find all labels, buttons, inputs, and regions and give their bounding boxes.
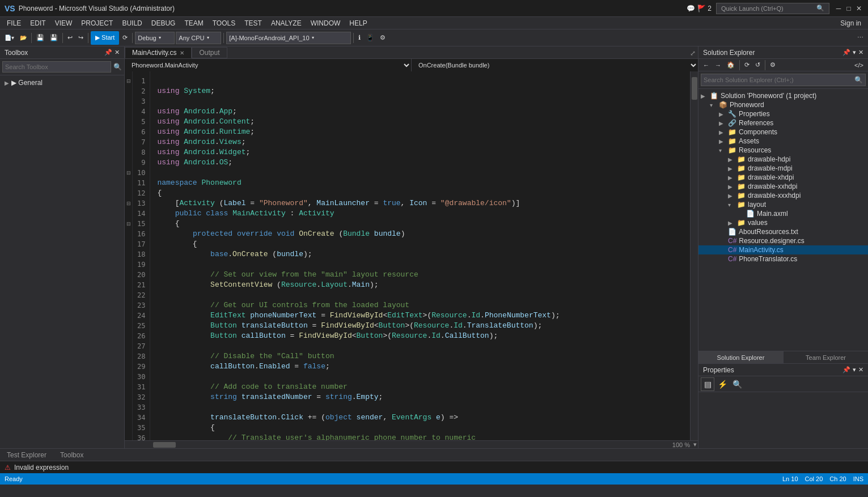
menu-edit[interactable]: EDIT [26, 17, 50, 29]
sign-in-link[interactable]: Sign in [836, 19, 866, 27]
extra-toolbar-buttons[interactable]: ⋯ [855, 31, 866, 45]
editor-maximize-btn[interactable]: ⤢ [688, 48, 698, 58]
quick-launch[interactable]: Quick Launch (Ctrl+Q) 🔍 [716, 3, 829, 14]
tree-item-phonetranslator[interactable]: C# PhoneTranslator.cs [698, 254, 868, 264]
tree-item-drawable-xhdpi[interactable]: ▶ 📁 drawable-xhdpi [698, 173, 868, 182]
code-editor-container[interactable]: ⊟ ⊟ ⊟ ⊟ 12345678910111213141516171819202… [125, 71, 698, 440]
refresh-button[interactable]: ⟳ [120, 31, 130, 45]
phonetranslator-label: PhoneTranslator.cs [739, 255, 797, 263]
se-search-input[interactable] [701, 74, 852, 86]
tree-item-main-axml[interactable]: 📄 Main.axml [698, 209, 868, 218]
se-back-btn[interactable]: ← [701, 58, 712, 72]
drawable-xxxhdpi-label: drawable-xxxhdpi [748, 192, 801, 199]
tree-item-drawable-xxhdpi[interactable]: ▶ 📁 drawable-xxhdpi [698, 182, 868, 191]
restore-button[interactable]: □ [844, 4, 853, 13]
chat-icon[interactable]: 💬 [687, 5, 695, 12]
new-button[interactable]: 📄▾ [2, 31, 16, 45]
tree-item-drawable-mdpi[interactable]: ▶ 📁 drawable-mdpi [698, 164, 868, 173]
tree-item-layout[interactable]: ▾ 📁 layout [698, 200, 868, 209]
solution-icon: 📋 [710, 92, 718, 100]
save-button[interactable]: 💾 [34, 31, 46, 45]
tree-item-resources[interactable]: ▾ 📁 Resources [698, 146, 868, 155]
toolbox-search-input[interactable] [2, 61, 111, 73]
redo-button[interactable]: ↪ [76, 31, 86, 45]
se-refresh-btn[interactable]: ↺ [753, 58, 763, 72]
start-button[interactable]: ▶ Start [91, 31, 119, 45]
se-sync-btn[interactable]: ⟳ [742, 58, 752, 72]
prop-event-btn[interactable]: ⚡ [715, 377, 729, 391]
flag-icon[interactable]: 🚩 2 [697, 5, 712, 12]
minimize-button[interactable]: ─ [834, 4, 843, 13]
tree-item-references[interactable]: ▶ 🔗 References [698, 118, 868, 128]
menu-tools[interactable]: TOOLS [208, 17, 240, 29]
solution-item[interactable]: ▶ 📋 Solution 'Phoneword' (1 project) [698, 91, 868, 100]
se-close-icon[interactable]: ✕ [858, 49, 863, 56]
tree-item-properties[interactable]: ▶ 🔧 Properties [698, 109, 868, 118]
platform-dropdown[interactable]: Any CPU ▾ [176, 32, 221, 44]
tab-team-explorer[interactable]: Team Explorer [784, 351, 868, 363]
tree-item-mainactivity[interactable]: C# MainActivity.cs [698, 245, 868, 254]
more-button[interactable]: ⚙ [378, 31, 388, 45]
prop-close-icon[interactable]: ✕ [858, 366, 863, 373]
save-all-button[interactable]: 💾 [48, 31, 60, 45]
info-button[interactable]: ℹ [356, 31, 363, 45]
zoom-level[interactable]: 100 % [670, 441, 692, 448]
prop-search-btn[interactable]: 🔍 [730, 377, 744, 391]
menu-help[interactable]: HELP [345, 17, 371, 29]
se-code-btn[interactable]: </> [852, 58, 866, 72]
tab-toolbox[interactable]: Toolbox [53, 449, 90, 461]
menu-view[interactable]: VIEW [50, 17, 77, 29]
tab-mainactivity[interactable]: MainActivity.cs ✕ [125, 47, 192, 58]
prop-pin-icon[interactable]: 📌 [842, 366, 850, 373]
close-button[interactable]: ✕ [854, 4, 863, 13]
menu-analyze[interactable]: ANALYZE [266, 17, 306, 29]
tree-item-drawable-hdpi[interactable]: ▶ 📁 drawable-hdpi [698, 155, 868, 164]
tree-item-resource-designer[interactable]: C# Resource.designer.cs [698, 236, 868, 245]
menu-team[interactable]: TEAM [180, 17, 208, 29]
tab-mainactivity-close[interactable]: ✕ [180, 50, 184, 56]
tab-solution-explorer[interactable]: Solution Explorer [698, 351, 784, 363]
zoom-down-btn[interactable]: ▾ [692, 441, 698, 448]
se-header: Solution Explorer 📌 ▾ ✕ [698, 46, 868, 59]
tree-item-drawable-xxxhdpi[interactable]: ▶ 📁 drawable-xxxhdpi [698, 191, 868, 200]
horizontal-scrollbar[interactable]: 100 % ▾ [125, 440, 698, 448]
undo-button[interactable]: ↩ [65, 31, 75, 45]
scrollbar-right[interactable] [690, 71, 698, 440]
toolbox-header: Toolbox 📌 ✕ [0, 46, 124, 59]
project-item[interactable]: ▾ 📦 Phoneword [698, 100, 868, 109]
menu-build[interactable]: BUILD [117, 17, 146, 29]
tab-test-explorer[interactable]: Test Explorer [0, 449, 53, 461]
menu-debug[interactable]: DEBUG [147, 17, 180, 29]
tree-item-values[interactable]: ▶ 📁 values [698, 218, 868, 227]
tree-item-components[interactable]: ▶ 📁 Components [698, 128, 868, 137]
se-forward-btn[interactable]: → [713, 58, 723, 72]
scroll-thumb[interactable] [692, 77, 697, 100]
prop-dropdown-icon[interactable]: ▾ [853, 366, 856, 373]
toolbox-general-item[interactable]: ▶ ▶ General [0, 78, 124, 88]
config-dropdown[interactable]: Debug ▾ [135, 32, 175, 44]
toolbox-close-icon[interactable]: ✕ [115, 49, 120, 56]
toolbar: 📄▾ 📂 💾 💾 ↩ ↪ ▶ Start ⟳ Debug ▾ Any CPU ▾… [0, 29, 868, 46]
method-dropdown[interactable]: OnCreate(Bundle bundle) [412, 59, 698, 71]
tree-item-assets[interactable]: ▶ 📁 Assets [698, 137, 868, 146]
prop-grid-btn[interactable]: ▤ [701, 377, 714, 391]
open-button[interactable]: 📂 [18, 31, 29, 45]
se-home-btn[interactable]: 🏠 [725, 58, 737, 72]
general-label: ▶ General [11, 79, 43, 87]
tab-output[interactable]: Output [192, 47, 227, 58]
se-settings-btn[interactable]: ⚙ [768, 58, 778, 72]
code-content[interactable]: using System; using Android.App; using A… [150, 71, 690, 440]
toolbox-pin-icon[interactable]: 📌 [104, 49, 112, 56]
menu-file[interactable]: FILE [2, 17, 26, 29]
se-tree: ▶ 📋 Solution 'Phoneword' (1 project) ▾ 📦… [698, 89, 868, 351]
class-dropdown[interactable]: Phoneword.MainActivity [125, 59, 412, 71]
menu-project[interactable]: PROJECT [77, 17, 117, 29]
se-dropdown-icon[interactable]: ▾ [853, 49, 856, 56]
project-dropdown[interactable]: [A]-MonoForAndroid_API_10 ▾ [226, 32, 351, 44]
prop-header: Properties 📌 ▾ ✕ [698, 364, 868, 376]
se-pin-icon[interactable]: 📌 [842, 49, 850, 56]
devices-button[interactable]: 📱 [364, 31, 376, 45]
menu-window[interactable]: WINDOW [306, 17, 345, 29]
tree-item-aboutresources[interactable]: 📄 AboutResources.txt [698, 227, 868, 236]
menu-test[interactable]: TEST [240, 17, 266, 29]
